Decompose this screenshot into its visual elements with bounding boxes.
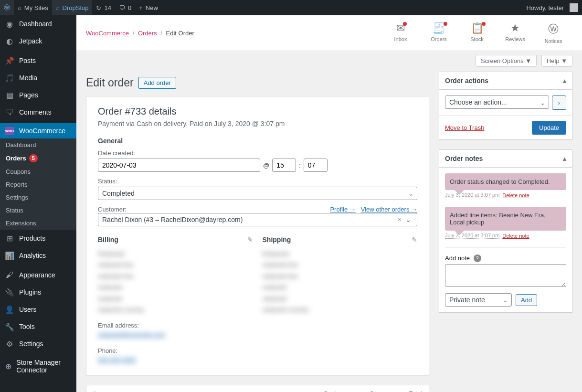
date-input[interactable] xyxy=(98,159,260,172)
shipping-address: Redactedredacted lineredacted lineredact… xyxy=(263,248,418,315)
site-name[interactable]: ⌂DropStop xyxy=(52,0,93,15)
menu-posts[interactable]: 📌Posts xyxy=(0,52,76,69)
howdy[interactable]: Howdy, tester xyxy=(522,0,582,15)
appearance-icon: 🖌 xyxy=(5,270,14,280)
general-heading: General xyxy=(98,137,417,145)
col-cost: Cost xyxy=(293,390,336,392)
delete-note-link[interactable]: Delete note xyxy=(502,192,529,198)
billing-phone: 000 000 0000 xyxy=(98,354,253,365)
orders-icon: 🧾 xyxy=(433,22,445,34)
new-content[interactable]: +New xyxy=(135,0,162,15)
submenu-dashboard[interactable]: Dashboard xyxy=(0,138,76,151)
submenu-status[interactable]: Status xyxy=(0,204,76,217)
view-other-orders-link[interactable]: View other orders → xyxy=(361,206,417,213)
pin-icon: 📌 xyxy=(5,56,14,65)
billing-heading: Billing xyxy=(98,236,118,244)
col-qty: Qty xyxy=(336,390,379,392)
media-icon: 🎵 xyxy=(5,73,14,83)
reviews-icon: ★ xyxy=(510,22,520,34)
phone-label: Phone: xyxy=(98,347,253,354)
wp-logo[interactable]: ⓦ xyxy=(0,0,14,15)
status-select[interactable]: Completed xyxy=(98,187,417,200)
order-actions-title: Order actions xyxy=(445,77,488,85)
run-action-button[interactable]: › xyxy=(552,95,566,110)
menu-analytics[interactable]: 📊Analytics xyxy=(0,247,76,264)
menu-jetpack[interactable]: ◐Jetpack xyxy=(0,32,76,50)
help-toggle[interactable]: Help ▼ xyxy=(541,55,572,67)
header-orders[interactable]: 🧾Orders xyxy=(420,15,458,51)
notices-icon: ⓦ xyxy=(548,22,559,36)
order-subtitle: Payment via Cash on delivery. Paid on Ju… xyxy=(98,120,417,127)
menu-products[interactable]: ⊞Products xyxy=(0,230,76,247)
submenu-coupons[interactable]: Coupons xyxy=(0,165,76,178)
products-icon: ⊞ xyxy=(5,233,14,243)
menu-comments[interactable]: 🗨Comments xyxy=(0,104,76,121)
breadcrumb-orders[interactable]: Orders xyxy=(138,30,157,37)
tools-icon: 🔧 xyxy=(5,322,14,331)
clear-customer-icon[interactable]: × xyxy=(396,216,403,223)
menu-dashboard[interactable]: ◉Dashboard xyxy=(0,15,76,32)
customer-value: Rachel Dixon (#3 – RachelDixon@dayrep.co… xyxy=(102,216,243,223)
dashboard-icon: ◉ xyxy=(5,19,14,29)
order-action-select[interactable]: Choose an action... xyxy=(445,95,549,109)
customer-select[interactable]: Rachel Dixon (#3 – RachelDixon@dayrep.co… xyxy=(98,213,417,226)
add-note-button[interactable]: Add xyxy=(516,294,537,306)
menu-store-manager[interactable]: ⊕Store Manager Connector xyxy=(0,355,76,378)
menu-settings[interactable]: ⚙Settings xyxy=(0,335,76,352)
header-reviews[interactable]: ★Reviews xyxy=(496,15,534,51)
order-note: Added line items: Beanie New Era, Local … xyxy=(445,207,566,231)
minute-input[interactable] xyxy=(304,159,328,172)
billing-email: redacted@example.com xyxy=(98,329,253,340)
menu-media[interactable]: 🎵Media xyxy=(0,69,76,86)
header-inbox[interactable]: ✉Inbox xyxy=(381,15,420,51)
help-icon[interactable]: ? xyxy=(474,254,481,262)
chevron-down-icon[interactable]: ⌄ xyxy=(403,216,413,223)
delete-note-link[interactable]: Delete note xyxy=(502,233,529,239)
update-button[interactable]: Update xyxy=(532,121,566,135)
screen-options-toggle[interactable]: Screen Options ▼ xyxy=(476,55,537,67)
toggle-panel-icon[interactable]: ▴ xyxy=(563,77,566,85)
note-type-select[interactable]: Private note xyxy=(445,293,512,307)
profile-link[interactable]: Profile → xyxy=(330,206,355,213)
submenu-extensions[interactable]: Extensions xyxy=(0,217,76,230)
add-note-textarea[interactable] xyxy=(445,264,566,287)
at-symbol: @ xyxy=(263,162,269,169)
stock-icon: 📋 xyxy=(471,22,484,34)
header-notices[interactable]: ⓦNotices xyxy=(534,15,572,51)
hour-input[interactable] xyxy=(272,159,296,172)
updates[interactable]: ↻14 xyxy=(92,0,115,15)
header-stock[interactable]: 📋Stock xyxy=(458,15,496,51)
submenu-orders[interactable]: Orders5 xyxy=(0,151,76,165)
edit-shipping-icon[interactable]: ✎ xyxy=(412,236,417,244)
menu-appearance[interactable]: 🖌Appearance xyxy=(0,266,76,284)
comments-top[interactable]: 🗨0 xyxy=(115,0,135,15)
order-title: Order #733 details xyxy=(98,106,417,117)
note-timestamp: July 3, 2020 at 3:07 pm xyxy=(445,233,499,239)
woo-icon: woo xyxy=(5,127,14,135)
order-notes-title: Order notes xyxy=(445,155,483,162)
menu-users[interactable]: 👤Users xyxy=(0,301,76,318)
move-to-trash-link[interactable]: Move to Trash xyxy=(445,124,484,131)
add-note-label: Add note ? xyxy=(445,254,566,262)
orders-count-badge: 5 xyxy=(29,154,38,162)
my-sites[interactable]: ⌂My Sites xyxy=(14,0,52,15)
menu-tools[interactable]: 🔧Tools xyxy=(0,318,76,335)
toggle-panel-icon[interactable]: ▴ xyxy=(563,155,566,162)
note-timestamp: July 3, 2020 at 3:07 pm xyxy=(445,192,499,198)
submenu-reports[interactable]: Reports xyxy=(0,178,76,191)
menu-woocommerce[interactable]: wooWooCommerce xyxy=(0,123,76,138)
submenu-settings[interactable]: Settings xyxy=(0,191,76,204)
jetpack-icon: ◐ xyxy=(5,36,14,46)
col-total: Total xyxy=(379,390,422,392)
menu-pages[interactable]: ▤Pages xyxy=(0,86,76,104)
breadcrumb: WooCommerce / Orders / Edit Order xyxy=(86,30,194,37)
analytics-icon: 📊 xyxy=(5,251,14,260)
inbox-icon: ✉ xyxy=(396,22,405,34)
breadcrumb-current: Edit Order xyxy=(166,30,194,37)
pages-icon: ▤ xyxy=(5,90,14,100)
edit-billing-icon[interactable]: ✎ xyxy=(247,236,253,244)
menu-plugins[interactable]: 🔌Plugins xyxy=(0,284,76,301)
add-order-button[interactable]: Add order xyxy=(138,77,176,89)
breadcrumb-woocommerce[interactable]: WooCommerce xyxy=(86,30,129,37)
users-icon: 👤 xyxy=(5,305,14,314)
